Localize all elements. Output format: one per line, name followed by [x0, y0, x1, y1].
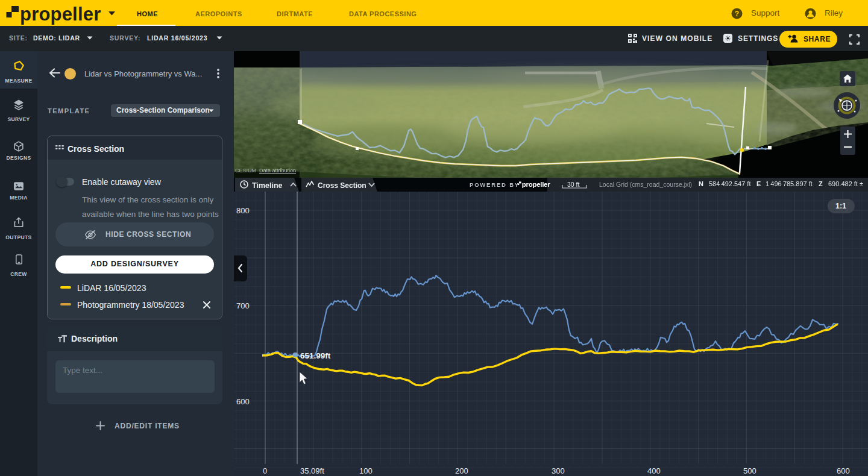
- svg-text:1:1: 1:1: [835, 202, 846, 210]
- svg-text:800: 800: [236, 206, 250, 215]
- svg-text:0: 0: [263, 466, 267, 475]
- svg-text:651.99ft: 651.99ft: [300, 351, 331, 360]
- svg-text:35.09ft: 35.09ft: [300, 466, 324, 475]
- svg-text:400: 400: [647, 466, 661, 475]
- svg-text:propeller: propeller: [522, 181, 550, 188]
- svg-text:600: 600: [236, 397, 250, 406]
- svg-text:100: 100: [359, 466, 373, 475]
- svg-text:?: ?: [735, 10, 739, 18]
- svg-text:500: 500: [743, 466, 756, 475]
- svg-text:300: 300: [552, 466, 565, 475]
- svg-text:200: 200: [455, 466, 468, 475]
- svg-text:700: 700: [236, 301, 250, 310]
- svg-text:600: 600: [837, 466, 850, 475]
